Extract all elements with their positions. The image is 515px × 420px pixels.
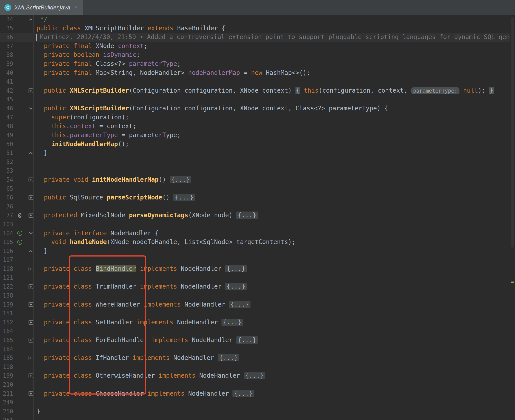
code-line[interactable]: private boolean isDynamic;	[37, 51, 510, 60]
fold-collapsed-icon[interactable]: +	[29, 338, 33, 343]
editor-line[interactable]: 36Martínez, 2012/4/30, 21:59 • Added a c…	[0, 33, 510, 42]
editor-line[interactable]: 165+ private class ForEachHandler implem…	[0, 336, 510, 345]
code-line[interactable]: super(configuration);	[37, 113, 510, 122]
editor-line[interactable]: 37 private final XNode context;	[0, 42, 510, 51]
editor-line[interactable]: 48 this.context = context;	[0, 122, 510, 131]
editor-line[interactable]: 42+ public XMLScriptBuilder(Configuratio…	[0, 86, 510, 95]
code-line[interactable]	[37, 273, 510, 282]
editor-line[interactable]: 50 initNodeHandlerMap();	[0, 140, 510, 149]
code-line[interactable]: private class OtherwiseHandler implement…	[37, 371, 510, 380]
editor-line[interactable]: 51 }	[0, 149, 510, 158]
code-line[interactable]	[37, 95, 510, 104]
editor-line[interactable]: 152+ private class SetHandler implements…	[0, 318, 510, 327]
code-line[interactable]: this.parameterType = parameterType;	[37, 131, 510, 140]
code-line[interactable]	[37, 202, 510, 211]
fold-collapsed-icon[interactable]: +	[29, 374, 33, 378]
folded-code-chip[interactable]: {...}	[244, 372, 265, 379]
code-line[interactable]	[37, 380, 510, 389]
editor-tab[interactable]: C XMLScriptBuilder.java ×	[0, 0, 83, 15]
code-line[interactable]: public XMLScriptBuilder(Configuration co…	[37, 86, 510, 95]
code-line[interactable]	[37, 77, 510, 86]
editor-line[interactable]: 38 private boolean isDynamic;	[0, 51, 510, 60]
fold-end-icon[interactable]	[29, 152, 32, 155]
code-line[interactable]	[37, 398, 510, 407]
code-line[interactable]: }	[37, 247, 510, 256]
code-line[interactable]: public SqlSource parseScriptNode() {...}	[37, 193, 510, 202]
editor-line[interactable]: 45	[0, 95, 510, 104]
code-line[interactable]	[37, 416, 510, 420]
editor-line[interactable]: 198	[0, 362, 510, 372]
code-line[interactable]: }	[37, 407, 510, 416]
editor-line[interactable]: 104↓ private interface NodeHandler {	[0, 229, 510, 238]
folded-code-chip[interactable]: {...}	[225, 265, 247, 272]
fold-end-icon[interactable]	[29, 18, 32, 22]
folded-code-chip[interactable]: {...}	[221, 319, 243, 326]
fold-expanded-icon[interactable]	[29, 231, 32, 234]
implemented-marker-icon[interactable]: ↓	[17, 231, 23, 236]
editor-line[interactable]: 66+ public SqlSource parseScriptNode() {…	[0, 193, 510, 202]
editor-line[interactable]: 46 public XMLScriptBuilder(Configuration…	[0, 104, 510, 113]
code-line[interactable]: private class TrimHandler implements Nod…	[37, 282, 510, 291]
fold-collapsed-icon[interactable]: +	[29, 89, 33, 93]
code-line[interactable]: private class WhereHandler implements No…	[37, 300, 510, 309]
code-line[interactable]	[37, 309, 510, 318]
editor-line[interactable]: 138	[0, 291, 510, 300]
editor-line[interactable]: 65	[0, 184, 510, 193]
scrollbar-thumb[interactable]	[511, 17, 514, 248]
code-line[interactable]: private class BindHandler implements Nod…	[37, 264, 510, 273]
fold-collapsed-icon[interactable]: +	[29, 356, 33, 360]
code-line[interactable]: }	[37, 149, 510, 158]
folded-code-chip[interactable]: {...}	[236, 336, 258, 344]
folded-code-chip[interactable]: {...}	[229, 301, 250, 308]
editor-line[interactable]: 151	[0, 309, 510, 318]
editor-line[interactable]: 121	[0, 273, 510, 282]
code-line[interactable]	[37, 362, 510, 372]
editor-line[interactable]: 250}	[0, 407, 510, 416]
editor-line[interactable]: 53	[0, 166, 510, 175]
editor-line[interactable]: 106 }	[0, 247, 510, 256]
editor-line[interactable]: 54+ private void initNodeHandlerMap() {.…	[0, 175, 510, 184]
editor-line[interactable]: 35public class XMLScriptBuilder extends …	[0, 24, 510, 33]
scrollbar-track[interactable]	[510, 15, 515, 420]
code-line[interactable]: private void initNodeHandlerMap() {...}	[37, 175, 510, 184]
editor-line[interactable]: 105↓ void handleNode(XNode nodeToHandle,…	[0, 238, 510, 247]
editor-line[interactable]: 249	[0, 398, 510, 407]
code-line[interactable]	[37, 255, 510, 264]
folded-code-chip[interactable]: {...}	[233, 390, 254, 397]
editor-line[interactable]: 41	[0, 77, 510, 86]
code-line[interactable]: this.context = context;	[37, 122, 510, 131]
editor-line[interactable]: 251	[0, 416, 510, 420]
code-line[interactable]	[37, 220, 510, 229]
editor-line[interactable]: 107	[0, 255, 510, 264]
folded-code-chip[interactable]: {...}	[225, 283, 247, 290]
fold-expanded-icon[interactable]	[29, 106, 32, 110]
editor-line[interactable]: 52	[0, 158, 510, 166]
implemented-marker-icon[interactable]: ↓	[17, 240, 23, 245]
editor-line[interactable]: 184	[0, 345, 510, 354]
code-line[interactable]: Martínez, 2012/4/30, 21:59 • Added a con…	[37, 33, 510, 42]
editor-line[interactable]: 76	[0, 202, 510, 211]
editor-line[interactable]: 103	[0, 220, 510, 229]
code-line[interactable]: public class XMLScriptBuilder extends Ba…	[37, 24, 510, 33]
code-line[interactable]	[37, 184, 510, 193]
code-line[interactable]: initNodeHandlerMap();	[37, 140, 510, 149]
code-line[interactable]	[37, 166, 510, 175]
code-line[interactable]	[37, 327, 510, 336]
editor-line[interactable]: 185+ private class IfHandler implements …	[0, 353, 510, 362]
editor-line[interactable]: 108+ private class BindHandler implement…	[0, 264, 510, 273]
folded-code-chip[interactable]: {...}	[218, 354, 239, 361]
code-line[interactable]: */	[37, 15, 510, 24]
code-line[interactable]	[37, 158, 510, 166]
fold-collapsed-icon[interactable]: +	[29, 302, 33, 307]
fold-collapsed-icon[interactable]: +	[29, 284, 33, 289]
code-line[interactable]: public XMLScriptBuilder(Configuration co…	[37, 104, 510, 113]
tab-close-icon[interactable]: ×	[73, 5, 77, 10]
code-line[interactable]: private interface NodeHandler {	[37, 229, 510, 238]
editor-line[interactable]: 199+ private class OtherwiseHandler impl…	[0, 371, 510, 380]
folded-code-chip[interactable]: {...}	[170, 176, 191, 183]
editor-line[interactable]: 39 private final Class<?> parameterType;	[0, 60, 510, 68]
editor-line[interactable]: 34 */	[0, 15, 510, 24]
editor-line[interactable]: 211+ private class ChooseHandler impleme…	[0, 389, 510, 398]
search-result-stripe-mark[interactable]	[511, 282, 514, 283]
fold-collapsed-icon[interactable]: +	[29, 267, 33, 271]
